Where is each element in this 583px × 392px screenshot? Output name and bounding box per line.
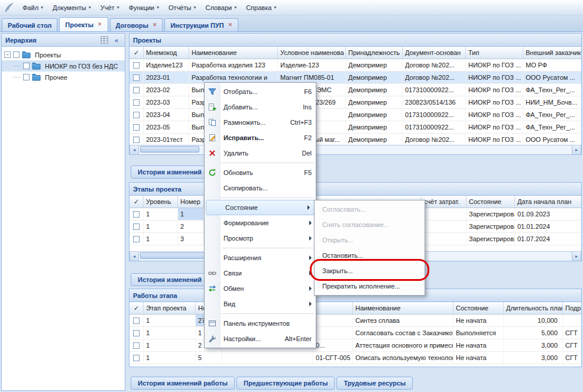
column-header-projects-5[interactable]: Тип — [466, 47, 523, 59]
close-tab-icon[interactable]: ✕ — [98, 22, 102, 27]
tab-contracts[interactable]: Договоры✕ — [110, 18, 163, 31]
menubar-item-documents[interactable]: Документы▾ — [48, 2, 96, 13]
menubar-item-help[interactable]: Справка▾ — [241, 2, 281, 13]
scroll-right-icon[interactable]: ▸ — [572, 145, 581, 154]
tree-item-niokr-goz[interactable]: НИОКР по ГОЗ без НДС — [2, 60, 125, 72]
table-row-projects-5[interactable]: 2023-05ВыпДемопример017310000922...НИОКР… — [129, 121, 581, 134]
column-header-label: Номер — [180, 198, 200, 205]
column-header-projects-6[interactable]: Внешний заказчик — [523, 47, 581, 59]
submenu-item-stop[interactable]: Остановить... — [315, 248, 425, 263]
menu-item-add[interactable]: Добавить...Ins — [205, 99, 316, 115]
menubar-item-reports[interactable]: Отчёты▾ — [164, 2, 200, 13]
row-checkbox[interactable] — [133, 112, 140, 118]
submenu-item-terminate[interactable]: Прекратить исполнение... — [315, 278, 425, 294]
tab-labor-resources[interactable]: Трудовые ресурсы — [336, 377, 413, 390]
table-row-projects-4[interactable]: 2023-04ВыпДемопример017310000922...НИОКР… — [129, 109, 581, 121]
column-header-projects-1[interactable]: Наименование — [189, 47, 278, 59]
select-all-column-header[interactable]: ✓ — [129, 196, 144, 208]
menu-item-settings[interactable]: Настройки...Alt+Enter — [205, 331, 316, 346]
tree-item-projects-root[interactable]: −Проекты — [2, 49, 125, 60]
column-header-projects-3[interactable]: Принадлежность — [346, 47, 403, 59]
row-checkbox[interactable] — [133, 223, 140, 230]
table-row-projects-2[interactable]: 2023-02Вып-ЭМСДемопример017310000922...Н… — [129, 84, 581, 96]
column-header-works-4[interactable]: Наименование — [353, 302, 454, 314]
table-row-projects-0[interactable]: Изделие123Разработка изделия 123Изделие-… — [129, 59, 581, 72]
table-row-projects-1[interactable]: 2023-01Разработка технологии иМагнит ПМ0… — [129, 72, 581, 84]
menu-item-toolbar[interactable]: Панель инструментов — [205, 316, 316, 331]
row-checkbox[interactable] — [133, 355, 140, 361]
expander-icon[interactable]: − — [4, 51, 11, 58]
grid-locate-icon[interactable] — [99, 35, 109, 45]
row-checkbox[interactable] — [133, 99, 140, 106]
row-checkbox[interactable] — [133, 62, 140, 69]
column-header-stages-5[interactable]: Дата начала план — [515, 196, 581, 208]
select-all-column-header[interactable]: ✓ — [129, 302, 144, 314]
tab-pup-instructions[interactable]: Инструкции ПУП✕ — [164, 18, 238, 31]
menu-item-duplicate[interactable]: Размножить...Ctrl+F3 — [205, 115, 316, 130]
menubar-item-dictionaries[interactable]: Словари▾ — [200, 2, 241, 13]
column-header-works-5[interactable]: Состояние — [454, 302, 504, 314]
menu-item-edit[interactable]: Исправить...F2 — [205, 130, 316, 145]
cell: 2023-02 — [144, 84, 189, 96]
tree-checkbox[interactable] — [23, 74, 30, 80]
submenu-item-close[interactable]: Закрыть... — [315, 263, 425, 278]
column-header-works-6[interactable]: Длительность план▼ — [504, 302, 563, 314]
tab-projects[interactable]: Проекты✕ — [59, 17, 108, 31]
table-row-works-0[interactable]: 127Синтез сплаваНе начата10,000 — [129, 315, 581, 327]
column-header-projects-2[interactable]: Условное наименова — [278, 47, 346, 59]
scroll-left-icon[interactable]: ◂ — [129, 145, 139, 154]
row-checkbox[interactable] — [133, 137, 140, 143]
menu-item-exchange[interactable]: Обмен — [205, 281, 316, 296]
scroll-right-icon[interactable]: ▸ — [572, 252, 581, 261]
column-header-works-3[interactable] — [313, 302, 353, 314]
menu-item-preview[interactable]: Просмотр — [205, 231, 316, 246]
tree-item-other[interactable]: Прочее — [2, 72, 125, 83]
column-header-projects-0[interactable]: Мнемокод — [144, 47, 189, 59]
row-checkbox[interactable] — [133, 87, 140, 93]
tree-checkbox[interactable] — [13, 51, 20, 58]
menu-item-filter[interactable]: Отобрать...F6 — [205, 84, 316, 99]
table-row-works-1[interactable]: 11Согласовать состав с ЗаказчикомВыполня… — [129, 327, 581, 339]
menu-item-label: Исправить... — [220, 134, 264, 141]
column-header-stages-1[interactable]: Номер — [178, 196, 204, 208]
table-row-works-3[interactable]: 1501-СГТ-005Описать используемую техноло… — [129, 352, 581, 364]
row-checkbox[interactable] — [133, 342, 140, 349]
table-row-projects-6[interactable]: 2023-01тестРазрый маг...ДемопримерДогово… — [129, 134, 581, 145]
tab-desktop[interactable]: Рабочий стол — [2, 18, 57, 31]
close-tab-icon[interactable]: ✕ — [153, 22, 157, 28]
projects-horizontal-scrollbar[interactable]: ◂▸ — [129, 145, 581, 154]
menubar-item-file[interactable]: Файл▾ — [18, 2, 48, 13]
menu-item-copy[interactable]: Скопировать... — [205, 180, 316, 196]
column-header-stages-0[interactable]: Уровень — [144, 196, 178, 208]
menu-item-delete[interactable]: УдалитьDel — [205, 145, 316, 161]
menu-item-formation[interactable]: Формирование — [205, 215, 316, 231]
menu-item-extensions[interactable]: Расширения — [205, 250, 316, 265]
tree-checkbox[interactable] — [23, 63, 30, 69]
tab-predecessor-works[interactable]: Предшествующие работы — [237, 377, 335, 390]
menu-item-links[interactable]: Связи — [205, 265, 316, 281]
table-row-works-2[interactable]: 120...Аттестация основного и примесног..… — [129, 339, 581, 352]
row-checkbox[interactable] — [133, 318, 140, 324]
column-header-works-0[interactable]: Этап проекта — [144, 302, 196, 314]
column-header-projects-4[interactable]: Документ-основан — [403, 47, 466, 59]
table-row-projects-3[interactable]: 2023-03Разр23/269Демопример230823/0514/1… — [129, 96, 581, 109]
row-checkbox[interactable] — [133, 74, 140, 81]
row-checkbox[interactable] — [133, 236, 140, 242]
column-header-stages-3[interactable]: счёт затрат. — [422, 196, 467, 208]
menubar-item-accounting[interactable]: Учёт▾ — [96, 2, 124, 13]
row-checkbox[interactable] — [133, 211, 140, 218]
collapse-panel-icon[interactable]: « — [112, 35, 121, 45]
select-all-column-header[interactable]: ✓ — [129, 47, 144, 59]
menubar-item-functions[interactable]: Функции▾ — [124, 2, 164, 13]
column-header-stages-4[interactable]: Состояние — [467, 196, 515, 208]
menu-item-view[interactable]: Вид — [205, 296, 316, 312]
menu-item-refresh[interactable]: ОбновитьF5 — [205, 165, 316, 180]
scrollbar-thumb[interactable] — [140, 146, 199, 153]
menu-item-state[interactable]: Состояние — [206, 200, 315, 215]
row-checkbox[interactable] — [133, 330, 140, 336]
tab-work-history[interactable]: История изменений работы — [131, 377, 235, 390]
scroll-left-icon[interactable]: ◂ — [129, 252, 139, 261]
column-header-works-7[interactable]: Подр — [563, 302, 581, 314]
close-tab-icon[interactable]: ✕ — [228, 22, 233, 28]
row-checkbox[interactable] — [133, 124, 140, 131]
